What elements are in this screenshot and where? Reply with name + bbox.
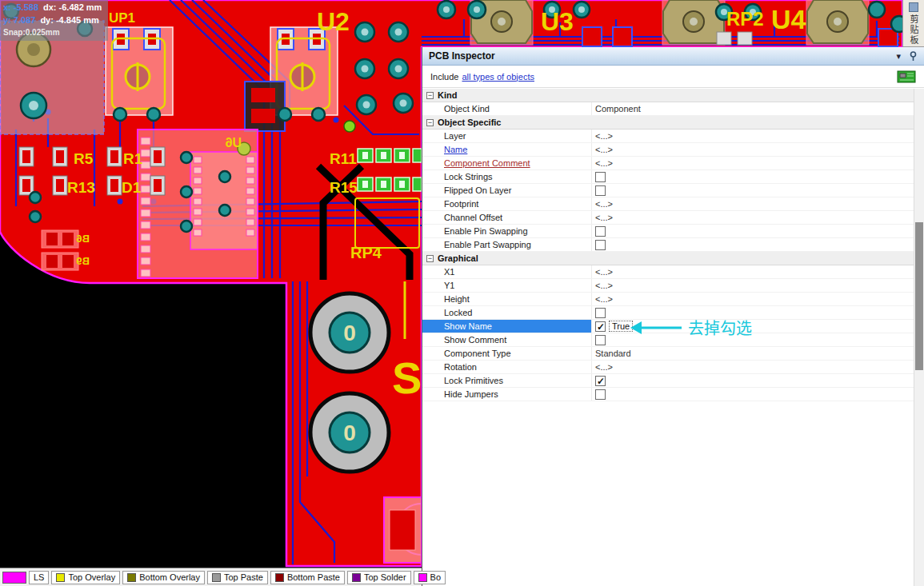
silkscreen-label-r11: R11 bbox=[330, 150, 357, 167]
property-value[interactable]: <...> bbox=[592, 130, 914, 142]
property-label[interactable]: Component Comment bbox=[422, 157, 592, 169]
property-row-height[interactable]: Height<...> bbox=[422, 293, 914, 306]
silkscreen-label-b9: B9 bbox=[76, 255, 90, 267]
checkbox-hide-jumpers[interactable] bbox=[595, 389, 606, 400]
property-value[interactable]: <...> bbox=[592, 265, 914, 278]
layer-tab-top-solder[interactable]: Top Solder bbox=[347, 571, 411, 584]
inspector-title: PCB Inspector bbox=[429, 50, 888, 62]
panel-menu-arrow-icon[interactable]: ▾ bbox=[896, 51, 901, 62]
layer-tab-ls[interactable]: LS bbox=[29, 571, 49, 584]
value-text: <...> bbox=[595, 279, 613, 292]
property-value[interactable]: Component bbox=[592, 102, 914, 115]
annotation-arrow-icon bbox=[630, 319, 682, 337]
green-test-point[interactable] bbox=[344, 121, 355, 132]
property-row-enable-pin-swapping[interactable]: Enable Pin Swapping bbox=[422, 225, 914, 238]
property-label: Hide Jumpers bbox=[422, 388, 592, 401]
layer-tab-label: Top Solder bbox=[364, 572, 406, 582]
layer-color-swatch bbox=[352, 573, 361, 582]
board-icon bbox=[897, 70, 916, 83]
property-value[interactable]: <...> bbox=[592, 211, 914, 224]
property-value[interactable] bbox=[592, 238, 914, 251]
silkscreen-label-u2: U2 bbox=[317, 7, 350, 36]
layer-color-swatch bbox=[418, 573, 427, 582]
property-value[interactable]: <...> bbox=[592, 279, 914, 292]
property-value[interactable]: <...> bbox=[592, 293, 914, 305]
checkbox-enable-part-swapping[interactable] bbox=[595, 240, 606, 250]
value-text: <...> bbox=[595, 157, 613, 169]
property-row-component-type[interactable]: Component TypeStandard bbox=[422, 347, 914, 361]
property-row-object-kind[interactable]: Object KindComponent bbox=[422, 102, 914, 116]
include-filter-link[interactable]: all types of objects bbox=[462, 72, 534, 82]
property-value[interactable] bbox=[592, 388, 914, 401]
property-label: Object Kind bbox=[422, 102, 592, 115]
layer-tab-bottom-overlay[interactable]: Bottom Overlay bbox=[122, 571, 205, 584]
value-text: <...> bbox=[595, 293, 613, 305]
current-layer-swatch[interactable] bbox=[2, 572, 26, 584]
coord-y: y: 7.087 bbox=[3, 15, 35, 25]
property-row-hide-jumpers[interactable]: Hide Jumpers bbox=[422, 388, 914, 401]
checkbox-locked[interactable] bbox=[595, 308, 606, 318]
value-text: <...> bbox=[595, 361, 613, 373]
property-value[interactable]: Standard bbox=[592, 347, 914, 360]
component-small-dark[interactable] bbox=[245, 82, 285, 131]
collapse-icon[interactable]: − bbox=[426, 119, 434, 126]
property-row-layer[interactable]: Layer<...> bbox=[422, 130, 914, 143]
section-header-kind[interactable]: −Kind bbox=[422, 89, 914, 102]
section-title: Graphical bbox=[438, 253, 478, 263]
value-text: <...> bbox=[595, 265, 613, 278]
section-title: Kind bbox=[438, 90, 457, 100]
checkbox-lock-strings[interactable] bbox=[595, 172, 606, 182]
checkbox-enable-pin-swapping[interactable] bbox=[595, 226, 606, 237]
layer-tab-top-overlay[interactable]: Top Overlay bbox=[51, 571, 120, 584]
property-row-footprint[interactable]: Footprint<...> bbox=[422, 197, 914, 211]
section-header-graphical[interactable]: −Graphical bbox=[422, 252, 914, 265]
property-label: Height bbox=[422, 293, 592, 305]
checkbox-show-comment[interactable] bbox=[595, 335, 606, 345]
property-value[interactable] bbox=[592, 225, 914, 237]
checkbox-show-name[interactable] bbox=[595, 321, 606, 332]
component-up1[interactable] bbox=[106, 27, 173, 115]
property-value[interactable]: <...> bbox=[592, 197, 914, 210]
property-row-rotation[interactable]: Rotation<...> bbox=[422, 361, 914, 374]
checkbox-flipped-on-layer[interactable] bbox=[595, 185, 606, 196]
property-row-y1[interactable]: Y1<...> bbox=[422, 279, 914, 293]
layer-tab-top-paste[interactable]: Top Paste bbox=[207, 571, 268, 584]
inspector-scrollbar[interactable] bbox=[914, 89, 924, 586]
scrollbar-thumb[interactable] bbox=[915, 222, 923, 370]
property-value[interactable] bbox=[592, 374, 914, 387]
property-value[interactable]: <...> bbox=[592, 143, 914, 156]
property-value[interactable]: <...> bbox=[592, 157, 914, 169]
layer-tab-bottom-paste[interactable]: Bottom Paste bbox=[270, 571, 345, 584]
pin-icon[interactable] bbox=[909, 51, 918, 62]
value-text: <...> bbox=[595, 143, 613, 156]
layer-tab-bo[interactable]: Bo bbox=[414, 571, 446, 584]
coord-dy: dy: -4.845 mm bbox=[40, 15, 98, 25]
layer-tab-label: Bottom Paste bbox=[287, 572, 340, 582]
property-row-enable-part-swapping[interactable]: Enable Part Swapping bbox=[422, 238, 914, 252]
silkscreen-label-r5: R5 bbox=[74, 150, 94, 167]
property-row-flipped-on-layer[interactable]: Flipped On Layer bbox=[422, 184, 914, 197]
property-row-lock-primitives[interactable]: Lock Primitives bbox=[422, 374, 914, 388]
property-row-x1[interactable]: X1<...> bbox=[422, 265, 914, 279]
property-row-lock-strings[interactable]: Lock Strings bbox=[422, 170, 914, 184]
value-text: Component bbox=[595, 102, 641, 115]
property-row-component-comment[interactable]: Component Comment<...> bbox=[422, 157, 914, 170]
property-value[interactable] bbox=[592, 184, 914, 197]
property-label[interactable]: Name bbox=[422, 143, 592, 156]
property-value[interactable]: <...> bbox=[592, 361, 914, 373]
property-value[interactable] bbox=[592, 170, 914, 183]
layer-tab-label: LS bbox=[34, 572, 44, 582]
value-text: Standard bbox=[595, 347, 631, 360]
silkscreen-label-rp4: RP4 bbox=[350, 244, 382, 261]
collapse-icon[interactable]: − bbox=[426, 92, 434, 99]
property-row-name[interactable]: Name<...> bbox=[422, 143, 914, 157]
section-title: Object Specific bbox=[438, 118, 501, 127]
silkscreen-label-s: S bbox=[392, 353, 422, 403]
collapse-icon[interactable]: − bbox=[426, 255, 434, 262]
property-row-channel-offset[interactable]: Channel Offset<...> bbox=[422, 211, 914, 225]
layer-tab-bar: LSTop OverlayBottom OverlayTop PasteBott… bbox=[0, 568, 422, 586]
silkscreen-label-d1: D1 bbox=[122, 179, 142, 196]
checkbox-lock-primitives[interactable] bbox=[595, 376, 606, 386]
section-header-object-specific[interactable]: −Object Specific bbox=[422, 116, 914, 130]
docked-panel-tab[interactable]: 剪贴板 bbox=[902, 0, 924, 47]
